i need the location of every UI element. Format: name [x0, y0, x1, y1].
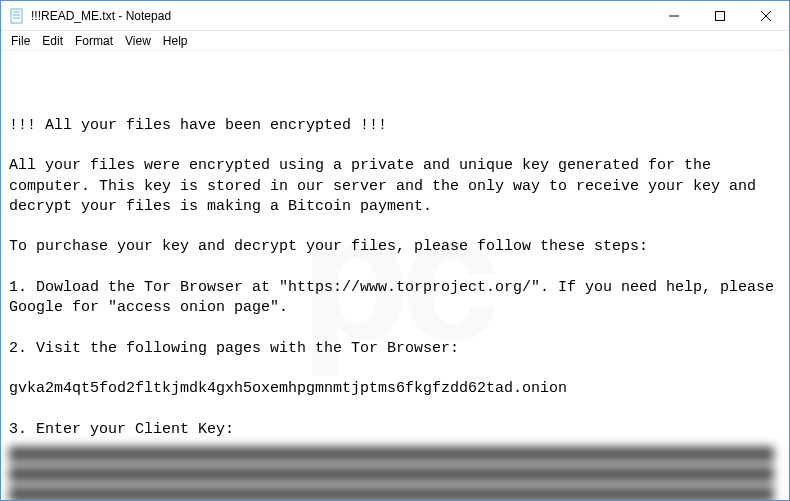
notepad-window: !!!READ_ME.txt - Notepad File Edit — [0, 0, 790, 501]
svg-rect-5 — [716, 11, 725, 20]
menu-file[interactable]: File — [5, 33, 36, 49]
close-icon — [761, 11, 771, 21]
window-controls — [651, 1, 789, 30]
menu-format[interactable]: Format — [69, 33, 119, 49]
window-title: !!!READ_ME.txt - Notepad — [31, 9, 651, 23]
minimize-button[interactable] — [651, 1, 697, 30]
maximize-button[interactable] — [697, 1, 743, 30]
notepad-icon — [9, 8, 25, 24]
step-2: 2. Visit the following pages with the To… — [9, 340, 459, 357]
step-1: 1. Dowload the Tor Browser at "https://w… — [9, 279, 783, 316]
text-area[interactable]: pc !!! All your files have been encrypte… — [1, 51, 789, 500]
menu-edit[interactable]: Edit — [36, 33, 69, 49]
heading-line: !!! All your files have been encrypted !… — [9, 117, 387, 134]
text-content: !!! All your files have been encrypted !… — [9, 116, 781, 500]
steps-intro: To purchase your key and decrypt your fi… — [9, 238, 648, 255]
step-3: 3. Enter your Client Key: — [9, 421, 234, 438]
menubar: File Edit Format View Help — [1, 31, 789, 51]
client-key-blurred: ████████████████████████████████████████… — [9, 446, 781, 500]
onion-address: gvka2m4qt5fod2fltkjmdk4gxh5oxemhpgmnmtjp… — [9, 380, 567, 397]
close-button[interactable] — [743, 1, 789, 30]
intro-paragraph: All your files were encrypted using a pr… — [9, 157, 765, 215]
menu-view[interactable]: View — [119, 33, 157, 49]
menu-help[interactable]: Help — [157, 33, 194, 49]
maximize-icon — [715, 11, 725, 21]
minimize-icon — [669, 11, 679, 21]
svg-rect-0 — [11, 9, 22, 23]
titlebar[interactable]: !!!READ_ME.txt - Notepad — [1, 1, 789, 31]
